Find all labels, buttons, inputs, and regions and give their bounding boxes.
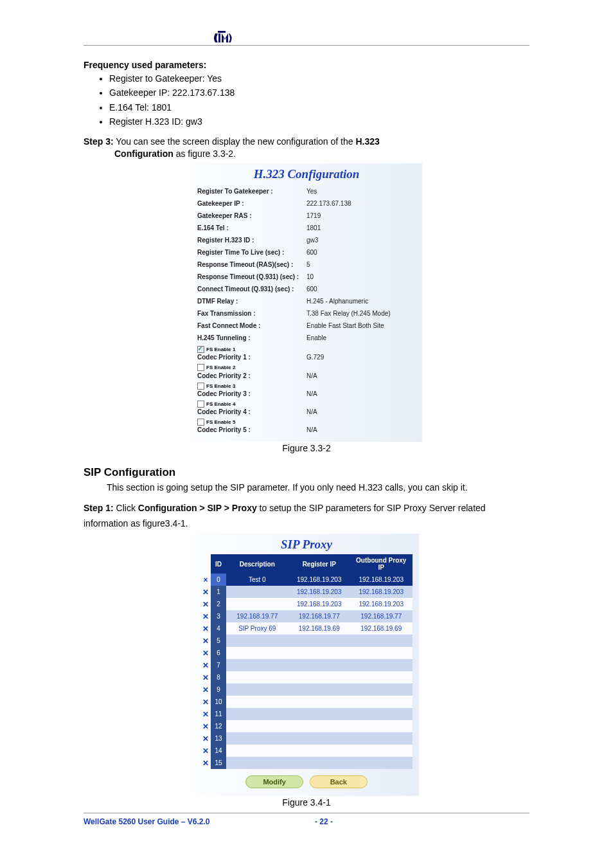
register-ip-cell [289,635,351,647]
fs-enable-checkbox-row: FS Enable 3 [197,383,416,390]
delete-row-icon[interactable]: ✕ [200,598,211,610]
page-footer: WellGate 5260 User Guide – V6.2.0 - 22 - [84,813,529,826]
footer-page-number: - 22 - [315,817,333,826]
outbound-proxy-ip-cell [350,647,413,659]
table-row[interactable]: ✕8 [200,671,413,683]
delete-row-icon[interactable]: ✕ [200,586,211,598]
delete-row-icon[interactable]: ✕ [200,683,211,696]
delete-row-icon[interactable]: ✕ [200,745,211,757]
h323-configuration-figure: H.323 Configuration Register To Gatekeep… [191,163,422,442]
table-row[interactable]: ✕1192.168.19.203192.168.19.203 [200,586,413,598]
config-value: Enable [306,332,416,344]
register-ip-cell: 192.168.19.69 [289,622,351,635]
description-cell [226,757,289,769]
codec-priority-row: Codec Priority 2 :N/A [197,372,416,381]
description-cell [226,659,289,671]
table-row[interactable]: ✕13 [200,732,413,745]
col-id: ID [211,555,226,574]
config-value: N/A [306,390,416,399]
config-label: Connect Timeout (Q.931) (sec) : [197,283,306,295]
delete-row-icon[interactable]: ✕ [200,696,211,708]
register-ip-cell [289,708,351,720]
register-ip-cell: 192.168.19.203 [289,598,351,610]
delete-row-icon[interactable]: ✕ [200,732,211,745]
step1-text: Step 1: Click Configuration > SIP > Prox… [84,501,529,532]
checkbox-icon[interactable] [197,419,204,426]
sip-intro-text: This section is going setup the SIP para… [84,480,529,496]
header-logo-bar [84,19,529,46]
checkbox-icon[interactable] [197,401,204,408]
id-cell: 9 [211,683,226,696]
delete-row-icon[interactable]: ✕ [200,659,211,671]
figure-caption: Figure 3.4-1 [84,797,529,808]
outbound-proxy-ip-cell [350,635,413,647]
delete-row-icon[interactable]: ✕ [200,610,211,622]
config-label: Fast Connect Mode : [197,320,306,332]
h323-config-row: Fax Transmission :T.38 Fax Relay (H.245 … [197,307,416,320]
outbound-proxy-ip-cell [350,757,413,769]
description-cell: SIP Proxy 69 [226,622,289,635]
modify-button[interactable]: Modify [245,775,303,788]
delete-row-icon[interactable]: ✕ [200,708,211,720]
delete-row-icon[interactable]: ✕ [200,757,211,769]
svg-rect-1 [218,31,226,33]
h323-config-row: Response Timeout (Q.931) (sec) :10 [197,271,416,283]
config-value: G.729 [306,353,416,362]
config-label: E.164 Tel : [197,222,306,234]
config-label: Response Timeout (Q.931) (sec) : [197,271,306,283]
delete-row-icon[interactable]: ✕ [200,647,211,659]
table-row[interactable]: ✕5 [200,635,413,647]
table-row[interactable]: ✕7 [200,659,413,671]
outbound-proxy-ip-cell [350,696,413,708]
codec-priority-row: Codec Priority 4 :N/A [197,408,416,417]
h323-config-row: H.245 Tunneling :Enable [197,332,416,344]
table-row[interactable]: ✕15 [200,757,413,769]
table-row[interactable]: ×0Test 0192.168.19.203192.168.19.203 [200,574,413,586]
figure-caption: Figure 3.3-2 [84,443,529,453]
register-ip-cell [289,720,351,732]
id-cell: 13 [211,732,226,745]
delete-row-icon[interactable]: × [200,574,211,586]
register-ip-cell [289,671,351,683]
table-row[interactable]: ✕6 [200,647,413,659]
config-value: Enable Fast Start Both Site [306,320,416,332]
table-row[interactable]: ✕10 [200,696,413,708]
table-row[interactable]: ✕11 [200,708,413,720]
config-value: 1719 [306,210,416,222]
table-row[interactable]: ✕14 [200,745,413,757]
back-button[interactable]: Back [310,775,368,788]
codec-priority-row: Codec Priority 3 :N/A [197,390,416,399]
id-cell: 5 [211,635,226,647]
fs-enable-label: FS Enable 2 [206,364,235,371]
description-cell [226,745,289,757]
config-label: H.245 Tunneling : [197,332,306,344]
svg-rect-0 [218,33,220,42]
table-row[interactable]: ✕3192.168.19.77192.168.19.77192.168.19.7… [200,610,413,622]
delete-row-icon[interactable]: ✕ [200,720,211,732]
outbound-proxy-ip-cell [350,683,413,696]
description-cell [226,586,289,598]
col-register-ip: Register IP [289,555,351,574]
delete-row-icon[interactable]: ✕ [200,671,211,683]
table-row[interactable]: ✕12 [200,720,413,732]
id-cell: 15 [211,757,226,769]
delete-row-icon[interactable]: ✕ [200,622,211,635]
id-cell: 14 [211,745,226,757]
table-row[interactable]: ✕2192.168.19.203192.168.19.203 [200,598,413,610]
description-cell [226,708,289,720]
register-ip-cell [289,732,351,745]
delete-row-icon[interactable]: ✕ [200,635,211,647]
fs-enable-label: FS Enable 4 [206,401,235,408]
logo-icon [209,26,237,45]
description-cell [226,598,289,610]
table-row[interactable]: ✕4SIP Proxy 69192.168.19.69192.168.19.69 [200,622,413,635]
fs-enable-checkbox-row: FS Enable 4 [197,401,416,408]
table-row[interactable]: ✕9 [200,683,413,696]
checkbox-icon[interactable] [197,346,204,353]
checkbox-icon[interactable] [197,364,204,371]
fs-enable-checkbox-row: FS Enable 1 [197,346,416,353]
checkbox-icon[interactable] [197,383,204,390]
list-item: Gatekeeper IP: 222.173.67.138 [109,86,529,100]
h323-config-row: Gatekeeper RAS :1719 [197,210,416,222]
register-ip-cell [289,659,351,671]
